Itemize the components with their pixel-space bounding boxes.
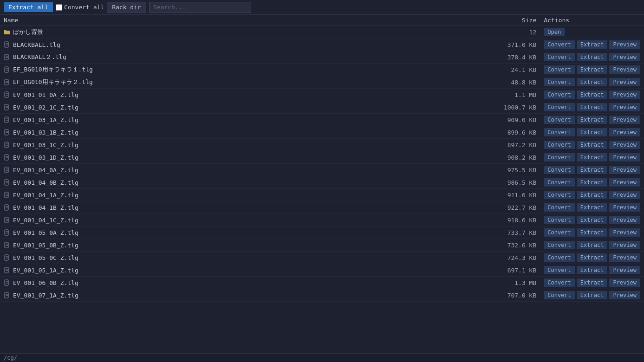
preview-button[interactable]: Preview (609, 78, 640, 86)
extract-button[interactable]: Extract (577, 128, 608, 136)
convert-all-label: Convert all (56, 4, 104, 11)
convert-button[interactable]: Convert (544, 116, 575, 124)
search-input[interactable] (149, 2, 251, 13)
extract-button[interactable]: Extract (577, 78, 608, 86)
file-table: Name Size Actions ぼかし背景12OpenBLACKBALL.t… (0, 15, 644, 302)
preview-button[interactable]: Preview (609, 103, 640, 111)
preview-button[interactable]: Preview (609, 191, 640, 199)
svg-rect-54 (5, 267, 8, 273)
preview-button[interactable]: Preview (609, 65, 640, 74)
convert-button[interactable]: Convert (544, 40, 575, 49)
back-dir-button[interactable]: Back dir (107, 2, 146, 13)
convert-button[interactable]: Convert (544, 291, 575, 299)
convert-button[interactable]: Convert (544, 191, 575, 199)
file-name-cell: EV_001_03_1B_Z.tlg (0, 126, 489, 139)
convert-button[interactable]: Convert (544, 203, 575, 212)
file-actions: ConvertExtractPreview (540, 289, 644, 302)
table-row: EV_001_04_0A_Z.tlg975.5 KBConvertExtract… (0, 164, 644, 176)
preview-button[interactable]: Preview (609, 216, 640, 224)
convert-button[interactable]: Convert (544, 78, 575, 86)
file-name-cell: EV_001_04_0A_Z.tlg (0, 164, 489, 176)
preview-button[interactable]: Preview (609, 141, 640, 149)
extract-button[interactable]: Extract (577, 266, 608, 274)
extract-button[interactable]: Extract (577, 216, 608, 224)
table-row: EV_001_03_1B_Z.tlg899.6 KBConvertExtract… (0, 126, 644, 139)
file-name-cell: ぼかし背景 (0, 26, 489, 39)
extract-button[interactable]: Extract (577, 40, 608, 49)
convert-button[interactable]: Convert (544, 153, 575, 162)
extract-button[interactable]: Extract (577, 141, 608, 149)
convert-button[interactable]: Convert (544, 128, 575, 136)
extract-button[interactable]: Extract (577, 228, 608, 237)
preview-button[interactable]: Preview (609, 153, 640, 162)
preview-button[interactable]: Preview (609, 228, 640, 237)
preview-button[interactable]: Preview (609, 253, 640, 262)
extract-button[interactable]: Extract (577, 191, 608, 199)
table-row: EV_001_05_0A_Z.tlg733.7 KBConvertExtract… (0, 226, 644, 239)
preview-button[interactable]: Preview (609, 178, 640, 187)
convert-button[interactable]: Convert (544, 266, 575, 274)
extract-button[interactable]: Extract (577, 103, 608, 111)
file-name-cell: BLACKBALL.tlg (0, 39, 489, 51)
convert-button[interactable]: Convert (544, 65, 575, 74)
extract-button[interactable]: Extract (577, 166, 608, 174)
convert-button[interactable]: Convert (544, 103, 575, 111)
file-actions: ConvertExtractPreview (540, 114, 644, 126)
extract-button[interactable]: Extract (577, 203, 608, 212)
file-name-text: EV_001_03_1B_Z.tlg (13, 129, 78, 136)
extract-button[interactable]: Extract (577, 153, 608, 162)
preview-button[interactable]: Preview (609, 116, 640, 124)
convert-button[interactable]: Convert (544, 141, 575, 149)
file-name-cell: EV_001_05_0B_Z.tlg (0, 239, 489, 252)
preview-button[interactable]: Preview (609, 203, 640, 212)
convert-button[interactable]: Convert (544, 166, 575, 174)
preview-button[interactable]: Preview (609, 90, 640, 99)
file-name-text: EV_001_03_1C_Z.tlg (13, 142, 78, 149)
file-icon (4, 54, 10, 60)
table-row: EV_001_03_1A_Z.tlg909.0 KBConvertExtract… (0, 114, 644, 126)
preview-button[interactable]: Preview (609, 53, 640, 61)
extract-button[interactable]: Extract (577, 53, 608, 61)
extract-button[interactable]: Extract (577, 253, 608, 262)
preview-button[interactable]: Preview (609, 266, 640, 274)
convert-all-checkbox[interactable] (56, 4, 62, 11)
file-name-text: EV_001_03_1D_Z.tlg (13, 154, 78, 161)
table-row: BLACKBALL.tlg371.0 KBConvertExtractPrevi… (0, 39, 644, 51)
preview-button[interactable]: Preview (609, 241, 640, 249)
svg-rect-15 (5, 104, 8, 110)
table-row: EV_001_06_0B_Z.tlg1.3 MBConvertExtractPr… (0, 277, 644, 289)
convert-button[interactable]: Convert (544, 178, 575, 187)
convert-button[interactable]: Convert (544, 228, 575, 237)
convert-button[interactable]: Convert (544, 278, 575, 287)
file-name-cell: EV_001_05_1A_Z.tlg (0, 264, 489, 277)
extract-all-button[interactable]: Extract all (4, 2, 53, 12)
extract-button[interactable]: Extract (577, 90, 608, 99)
file-name-cell: EF_BG010用キラキラ１.tlg (0, 64, 489, 76)
table-row: EV_001_05_0C_Z.tlg724.3 KBConvertExtract… (0, 252, 644, 264)
preview-button[interactable]: Preview (609, 40, 640, 49)
extract-button[interactable]: Extract (577, 278, 608, 287)
file-size: 897.2 KB (489, 139, 540, 151)
file-size: 975.5 KB (489, 164, 540, 176)
convert-button[interactable]: Convert (544, 253, 575, 262)
convert-button[interactable]: Convert (544, 241, 575, 249)
file-actions: ConvertExtractPreview (540, 277, 644, 289)
extract-button[interactable]: Extract (577, 178, 608, 187)
file-name-text: EV_001_04_1B_Z.tlg (13, 204, 78, 211)
convert-button[interactable]: Convert (544, 90, 575, 99)
extract-button[interactable]: Extract (577, 65, 608, 74)
convert-button[interactable]: Convert (544, 216, 575, 224)
table-row: EV_001_01_0A_Z.tlg1.1 MBConvertExtractPr… (0, 89, 644, 101)
extract-button[interactable]: Extract (577, 291, 608, 299)
extract-button[interactable]: Extract (577, 241, 608, 249)
preview-button[interactable]: Preview (609, 278, 640, 287)
preview-button[interactable]: Preview (609, 128, 640, 136)
open-button[interactable]: Open (544, 28, 565, 36)
table-row: EV_001_04_1C_Z.tlg918.6 KBConvertExtract… (0, 214, 644, 226)
file-name-text: BLACKBALL.tlg (13, 41, 60, 48)
convert-button[interactable]: Convert (544, 53, 575, 61)
preview-button[interactable]: Preview (609, 291, 640, 299)
svg-rect-36 (5, 192, 8, 198)
extract-button[interactable]: Extract (577, 116, 608, 124)
preview-button[interactable]: Preview (609, 166, 640, 174)
